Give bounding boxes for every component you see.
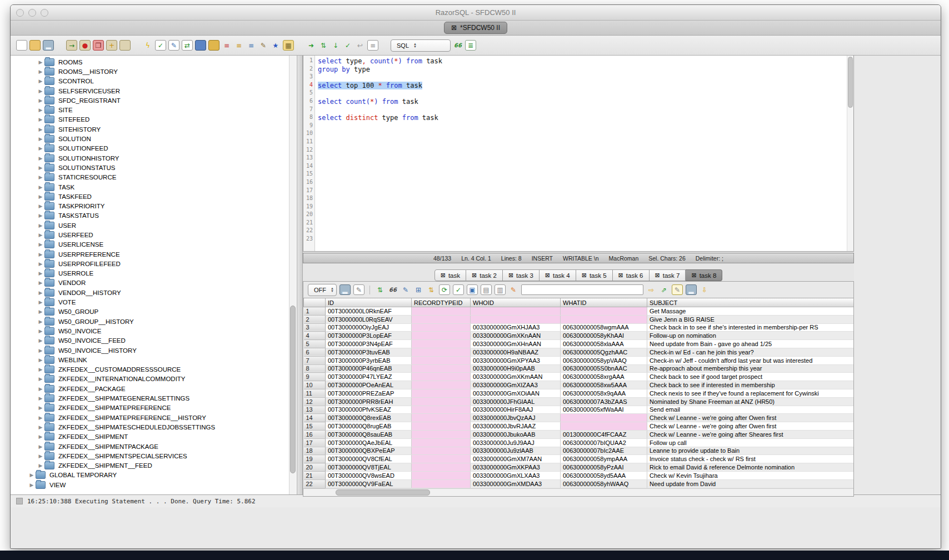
whoid-cell[interactable]	[471, 315, 561, 323]
subject-cell[interactable]: Rick to email David & reference Delmonte…	[647, 463, 855, 472]
disclosure-triangle-icon[interactable]: ▶	[37, 242, 44, 247]
auto-commit-select-stepper-icon[interactable]: ▲▼	[331, 287, 334, 293]
reload-sql-icon[interactable]: ⇄	[182, 40, 193, 51]
recordtypeid-cell[interactable]	[412, 356, 471, 364]
subject-cell[interactable]: Leanne to provide update to Bain	[647, 447, 855, 455]
row-number-cell[interactable]: 17	[304, 438, 326, 447]
code-line-1[interactable]: select type, count(*) from task	[318, 57, 853, 66]
disclosure-triangle-icon[interactable]: ▶	[37, 194, 44, 199]
whatid-cell[interactable]: 006300000058wgmAAA	[561, 323, 647, 332]
id-cell[interactable]: 00T3000000P3LopEAF	[326, 332, 412, 340]
disclosure-triangle-icon[interactable]: ▶	[37, 309, 44, 314]
recordtypeid-cell[interactable]	[412, 471, 471, 479]
disclosure-triangle-icon[interactable]: ▶	[37, 348, 44, 353]
whoid-cell[interactable]: 0033000000HirF8AAJ	[471, 406, 561, 414]
disclosure-triangle-icon[interactable]: ▶	[37, 59, 44, 65]
tree-item-solutionfeed[interactable]: ▶SOLUTIONFEED	[11, 144, 297, 153]
pane-splitter[interactable]	[297, 56, 303, 494]
bookmark-icon[interactable]	[208, 40, 219, 51]
results-tab-task-4[interactable]: ⊠task 4	[540, 269, 576, 281]
close-tab-icon[interactable]: ⊠	[441, 272, 446, 279]
code-line-12[interactable]	[318, 147, 853, 155]
id-cell[interactable]: 00T3000000P3N4pEAF	[326, 340, 412, 348]
results-tab-task-2[interactable]: ⊠task 2	[466, 269, 503, 281]
disclosure-triangle-icon[interactable]: ▶	[37, 463, 44, 468]
code-line-10[interactable]	[318, 130, 853, 138]
whatid-cell[interactable]: 0013000000C4fFCAAZ	[561, 430, 647, 438]
whatid-cell[interactable]: 006300000058yPzAAI	[561, 463, 647, 472]
disclosure-triangle-icon[interactable]: ▶	[37, 396, 44, 401]
go-forward-icon[interactable]: ➜	[306, 41, 316, 50]
tree-item-taskfeed[interactable]: ▶TASKFEED	[11, 192, 297, 201]
row-number-cell[interactable]: 6	[304, 348, 326, 356]
code-line-6[interactable]: select count(*) from task	[318, 98, 853, 106]
row-number-cell[interactable]: 2	[304, 315, 326, 323]
tree-item-zkfedex-shipmatepreference[interactable]: ▶ZKFEDEX__SHIPMATEPREFERENCE	[11, 403, 297, 413]
close-tab-icon[interactable]: ⊠	[508, 272, 513, 279]
code-line-16[interactable]	[318, 179, 853, 187]
id-cell[interactable]: 00T3000000PRR8rEAH	[326, 397, 412, 406]
table-row[interactable]: 1700T3000000QAeJbEAL0033000000Ju9J9AAJ00…	[304, 438, 855, 447]
undo-icon[interactable]: ↩	[355, 41, 365, 50]
tree-item-zkfedex-shipmatescheduledjobssettings[interactable]: ▶ZKFEDEX__SHIPMATESCHEDULEDJOBSSETTINGS	[11, 422, 297, 432]
table-row[interactable]: 1200T3000000PRR8rEAH0033000000JFhGlAAL00…	[304, 397, 855, 406]
column-header-rownum[interactable]	[304, 298, 326, 307]
disclosure-triangle-icon[interactable]: ▶	[37, 184, 44, 190]
id-cell[interactable]: 00T3000000P46qnEAB	[326, 364, 412, 373]
recordtypeid-cell[interactable]	[412, 340, 471, 348]
subject-cell[interactable]: Check w/ Leanne - we're going after Owen…	[647, 422, 855, 431]
id-cell[interactable]: 00T3000000L0RknEAF	[326, 307, 412, 316]
subject-cell[interactable]: Check w/ Leanne - we're going after Owen…	[647, 414, 855, 422]
list-red-icon[interactable]: ≡	[222, 41, 232, 50]
whoid-cell[interactable]: 0033000000JbvQzAAJ	[471, 414, 561, 422]
tree-item-userpreference[interactable]: ▶USERPREFERENCE	[11, 249, 297, 259]
copy-special-icon[interactable]: ▥	[495, 284, 506, 295]
column-header-whoid[interactable]: WHOID	[471, 298, 561, 307]
tree-item-w50-invoice-feed[interactable]: ▶W50_INVOICE__FEED	[11, 336, 297, 346]
id-cell[interactable]: 00T3000000L0RqSEAV	[326, 315, 412, 323]
subject-cell[interactable]: Need update from Bain - gave go ahead 1/…	[647, 340, 855, 348]
edit-cell-icon[interactable]: ✎	[401, 285, 411, 294]
row-number-cell[interactable]: 8	[304, 364, 326, 373]
recordtypeid-cell[interactable]	[412, 438, 471, 447]
document-tab[interactable]: ⊠ *SFDCW50 II	[444, 22, 507, 34]
tree-item-solution[interactable]: ▶SOLUTION	[11, 134, 297, 143]
id-cell[interactable]: 00T3000000P3tuvEAB	[326, 348, 412, 356]
whatid-cell[interactable]: 006300000058xw5AAA	[561, 381, 647, 389]
id-cell[interactable]: 00T3000000QAeJbEAL	[326, 438, 412, 447]
code-line-20[interactable]	[318, 211, 853, 219]
disclosure-triangle-icon[interactable]: ▶	[37, 280, 44, 286]
document-lines-icon[interactable]: ≡	[367, 40, 378, 51]
recordtypeid-cell[interactable]	[412, 406, 471, 414]
table-row[interactable]: 1900T3000000QV8CfEAL0033000000GmXM7AAN00…	[304, 455, 855, 463]
code-line-7[interactable]	[318, 106, 853, 114]
whoid-cell[interactable]: 0033000000GmXHnAAN	[471, 340, 561, 348]
column-header-whatid[interactable]: WHATID	[561, 298, 647, 307]
subject-cell[interactable]: Check back to see if interested in membe…	[647, 381, 855, 389]
format-sql-icon[interactable]: ✎	[258, 41, 268, 50]
tree-item-rooms[interactable]: ▶ROOMS	[11, 57, 297, 67]
whatid-cell[interactable]: 00630000005QgzhAAC	[561, 348, 647, 356]
whatid-cell[interactable]: 006300000058xlaAAA	[561, 340, 647, 348]
results-horizontal-scrollbar[interactable]	[303, 488, 853, 496]
disclosure-triangle-icon[interactable]: ▶	[37, 299, 44, 305]
code-line-8[interactable]: select distinct type from task	[318, 114, 853, 122]
swap-arrows-icon[interactable]: ⇅	[318, 41, 328, 50]
row-number-cell[interactable]: 22	[304, 479, 326, 488]
whoid-cell[interactable]: 0033000000GmXOiAAN	[471, 389, 561, 397]
connect-database-icon[interactable]: →	[66, 40, 77, 51]
code-line-9[interactable]	[318, 122, 853, 131]
table-row[interactable]: 1600T3000000Q8sauEAB0033000000JbukoAAB00…	[304, 430, 855, 438]
row-number-cell[interactable]: 14	[304, 414, 326, 422]
table-row[interactable]: 1800T3000000QBXPeEAP0033000000Ju9zlAAB00…	[304, 447, 855, 455]
disclosure-triangle-icon[interactable]: ▶	[37, 367, 44, 372]
disclosure-triangle-icon[interactable]: ▶	[37, 136, 44, 142]
new-connection-icon[interactable]: +	[106, 40, 117, 51]
whatid-cell[interactable]: 00630000005xfWaAAI	[561, 406, 647, 414]
tree-item-scontrol[interactable]: ▶SCONTROL	[11, 77, 297, 86]
disclosure-triangle-icon[interactable]: ▶	[37, 252, 44, 257]
code-line-23[interactable]	[318, 236, 853, 244]
tree-item-zkfedex-shipmategeneralsettings[interactable]: ▶ZKFEDEX__SHIPMATEGENERALSETTINGS	[11, 393, 297, 403]
disclosure-triangle-icon[interactable]: ▶	[37, 174, 44, 180]
tree-item-zkfedex-customaddresssource[interactable]: ▶ZKFEDEX__CUSTOMADDRESSSOURCE	[11, 365, 297, 374]
